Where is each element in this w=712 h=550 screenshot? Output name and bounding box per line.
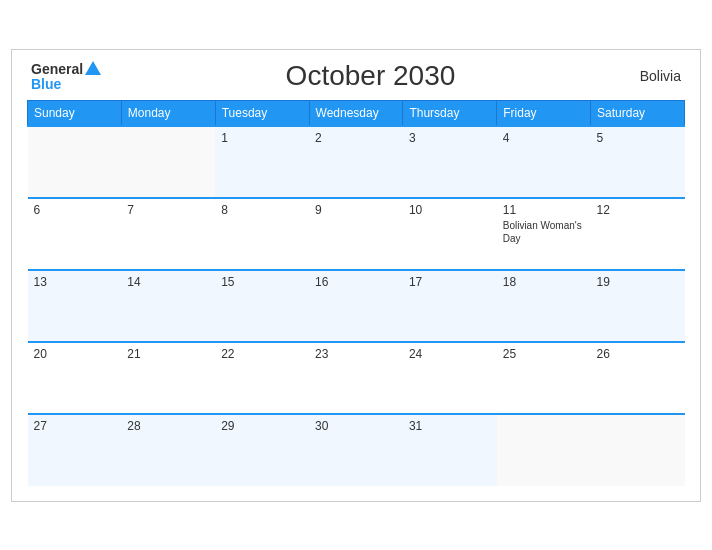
header-friday: Friday [497,100,591,126]
calendar-cell: 9 [309,198,403,270]
event-text: Bolivian Woman's Day [503,219,585,245]
day-number: 5 [597,131,679,145]
calendar-cell: 19 [591,270,685,342]
header-tuesday: Tuesday [215,100,309,126]
calendar-cell: 16 [309,270,403,342]
day-number: 3 [409,131,491,145]
brand-logo: General Blue [31,61,101,91]
calendar-cell: 30 [309,414,403,486]
day-number: 12 [597,203,679,217]
calendar-cell [121,126,215,198]
calendar-cell: 27 [28,414,122,486]
day-number: 31 [409,419,491,433]
day-number: 11 [503,203,585,217]
day-number: 20 [34,347,116,361]
calendar-cell: 6 [28,198,122,270]
calendar-cell: 13 [28,270,122,342]
calendar-cell: 15 [215,270,309,342]
calendar-cell: 23 [309,342,403,414]
calendar-cell: 29 [215,414,309,486]
day-number: 30 [315,419,397,433]
calendar-week-row: 20212223242526 [28,342,685,414]
brand-general-text: General [31,62,83,76]
day-number: 19 [597,275,679,289]
day-number: 26 [597,347,679,361]
calendar-container: General Blue October 2030 Bolivia Sunday… [11,49,701,502]
calendar-cell: 8 [215,198,309,270]
calendar-title: October 2030 [101,60,640,92]
header-thursday: Thursday [403,100,497,126]
calendar-cell: 14 [121,270,215,342]
calendar-cell: 31 [403,414,497,486]
calendar-cell [591,414,685,486]
calendar-cell: 25 [497,342,591,414]
day-number: 13 [34,275,116,289]
day-number: 8 [221,203,303,217]
calendar-cell: 4 [497,126,591,198]
day-number: 9 [315,203,397,217]
calendar-cell: 18 [497,270,591,342]
calendar-cell: 21 [121,342,215,414]
day-number: 16 [315,275,397,289]
country-label: Bolivia [640,68,681,84]
calendar-cell: 17 [403,270,497,342]
day-number: 29 [221,419,303,433]
calendar-grid: Sunday Monday Tuesday Wednesday Thursday… [27,100,685,486]
day-number: 22 [221,347,303,361]
calendar-cell [28,126,122,198]
day-number: 18 [503,275,585,289]
brand-blue-text: Blue [31,77,61,91]
day-number: 23 [315,347,397,361]
header-monday: Monday [121,100,215,126]
header-sunday: Sunday [28,100,122,126]
calendar-cell: 22 [215,342,309,414]
day-number: 28 [127,419,209,433]
day-number: 21 [127,347,209,361]
calendar-cell: 7 [121,198,215,270]
calendar-cell: 10 [403,198,497,270]
calendar-week-row: 67891011Bolivian Woman's Day12 [28,198,685,270]
day-number: 27 [34,419,116,433]
weekday-header-row: Sunday Monday Tuesday Wednesday Thursday… [28,100,685,126]
day-number: 25 [503,347,585,361]
calendar-cell: 3 [403,126,497,198]
calendar-cell: 11Bolivian Woman's Day [497,198,591,270]
day-number: 15 [221,275,303,289]
calendar-week-row: 2728293031 [28,414,685,486]
calendar-cell: 12 [591,198,685,270]
day-number: 10 [409,203,491,217]
calendar-cell: 20 [28,342,122,414]
calendar-cell: 1 [215,126,309,198]
day-number: 14 [127,275,209,289]
calendar-header: General Blue October 2030 Bolivia [27,60,685,92]
calendar-cell: 24 [403,342,497,414]
header-wednesday: Wednesday [309,100,403,126]
day-number: 17 [409,275,491,289]
day-number: 1 [221,131,303,145]
day-number: 24 [409,347,491,361]
calendar-week-row: 12345 [28,126,685,198]
day-number: 2 [315,131,397,145]
day-number: 7 [127,203,209,217]
calendar-cell: 5 [591,126,685,198]
calendar-cell: 28 [121,414,215,486]
calendar-cell: 26 [591,342,685,414]
brand-triangle-icon [85,61,101,75]
calendar-cell [497,414,591,486]
calendar-week-row: 13141516171819 [28,270,685,342]
day-number: 4 [503,131,585,145]
header-saturday: Saturday [591,100,685,126]
day-number: 6 [34,203,116,217]
calendar-cell: 2 [309,126,403,198]
